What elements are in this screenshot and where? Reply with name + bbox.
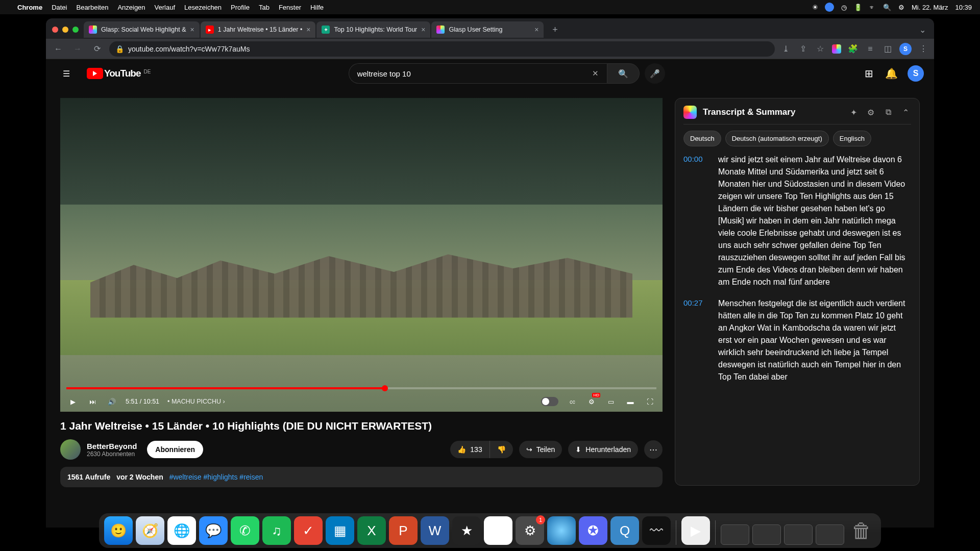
glasp-extension-icon[interactable]: [832, 44, 841, 54]
dock-minimized-window[interactable]: [784, 524, 813, 545]
control-center-icon[interactable]: ⚙: [898, 4, 904, 11]
share-button[interactable]: ↪ Teilen: [519, 441, 562, 458]
video-hashtags[interactable]: #weltreise #highlights #reisen: [169, 473, 263, 481]
dock-discord[interactable]: ✪: [579, 516, 607, 545]
play-button[interactable]: ▶: [67, 396, 79, 407]
browser-tab-youtube[interactable]: ▸ 1 Jahr Weltreise • 15 Länder • ×: [201, 21, 316, 38]
settings-small-icon[interactable]: ⚙: [865, 107, 876, 118]
browser-tab-glasp[interactable]: Glasp: Social Web Highlight & ×: [84, 21, 200, 38]
download-button[interactable]: ⬇ Herunterladen: [568, 441, 638, 458]
progress-bar[interactable]: [66, 387, 656, 389]
copy-icon[interactable]: ⧉: [883, 107, 894, 118]
browser-tab-highlights[interactable]: ✦ Top 10 Highlights: World Tour ×: [316, 21, 430, 38]
dock-powerpoint[interactable]: P: [389, 516, 418, 545]
search-input[interactable]: weltreise top 10 ✕: [349, 63, 607, 84]
close-window-button[interactable]: [52, 27, 58, 33]
close-tab-icon[interactable]: ×: [306, 26, 310, 34]
subtitles-icon[interactable]: ㏄: [567, 396, 578, 407]
dock-voice-memos[interactable]: 〰: [642, 516, 671, 545]
dock-screenflow[interactable]: ▶: [681, 516, 710, 545]
dislike-button[interactable]: 👎: [490, 441, 513, 458]
clear-search-icon[interactable]: ✕: [592, 69, 599, 78]
menu-datei[interactable]: Datei: [52, 4, 67, 11]
subscribe-button[interactable]: Abonnieren: [147, 441, 203, 458]
browser-tab-glasp-settings[interactable]: Glasp User Setting ×: [431, 21, 544, 38]
spotlight-icon[interactable]: 🔍: [883, 4, 891, 11]
ai-summary-icon[interactable]: ✦: [848, 107, 859, 118]
menubar-date[interactable]: Mi. 22. März: [912, 4, 948, 11]
dock-system-settings[interactable]: ⚙1: [516, 516, 544, 545]
close-tab-icon[interactable]: ×: [534, 26, 538, 34]
miniplayer-icon[interactable]: ▭: [605, 396, 617, 407]
dock-todoist[interactable]: ✓: [294, 516, 323, 545]
menu-bearbeiten[interactable]: Bearbeiten: [76, 4, 108, 11]
menu-hilfe[interactable]: Hilfe: [310, 4, 324, 11]
transcript-segment[interactable]: 00:27 Menschen festgelegt die ist eigent…: [683, 297, 911, 383]
extensions-icon[interactable]: 🧩: [847, 43, 859, 55]
video-description[interactable]: 1561 Aufrufe vor 2 Wochen #weltreise #hi…: [60, 467, 663, 487]
lang-chip-englisch[interactable]: Englisch: [833, 131, 871, 146]
youtube-logo[interactable]: YouTube DE: [87, 68, 151, 79]
dock-safari[interactable]: 🧭: [136, 516, 164, 545]
theater-mode-icon[interactable]: ▬: [625, 396, 636, 407]
dock-spotify[interactable]: ♫: [262, 516, 291, 545]
timestamp[interactable]: 00:00: [683, 154, 711, 288]
new-tab-button[interactable]: +: [548, 22, 562, 37]
voice-search-button[interactable]: 🎤: [645, 63, 665, 84]
address-bar[interactable]: 🔒 youtube.com/watch?v=cWw77k7auMs: [109, 41, 775, 57]
search-button[interactable]: 🔍: [607, 63, 640, 84]
create-video-icon[interactable]: ⊞: [863, 67, 875, 80]
reload-button[interactable]: ⟳: [90, 42, 104, 56]
bookmark-star-icon[interactable]: ☆: [815, 43, 826, 55]
player-chapter[interactable]: • MACHU PICCHU ›: [167, 398, 225, 405]
dock-quicktime[interactable]: Q: [610, 516, 639, 545]
autoplay-toggle[interactable]: [541, 397, 558, 406]
clock-icon[interactable]: ◷: [841, 4, 847, 11]
dock-imovie[interactable]: ★: [452, 516, 481, 545]
next-video-button[interactable]: ⏭: [87, 396, 98, 407]
settings-gear-icon[interactable]: ⚙HD: [586, 396, 597, 407]
dock-zoom[interactable]: 💬: [199, 516, 228, 545]
chrome-profile-avatar[interactable]: S: [899, 43, 912, 55]
dock-minimized-window[interactable]: [816, 524, 844, 545]
side-panel-icon[interactable]: ◫: [882, 43, 893, 55]
dock-finder[interactable]: 🙂: [104, 516, 133, 545]
menu-tab[interactable]: Tab: [259, 4, 270, 11]
fullscreen-icon[interactable]: ⛶: [644, 396, 655, 407]
dock-minimized-window[interactable]: [721, 524, 749, 545]
tab-overflow-icon[interactable]: ⌄: [915, 25, 930, 35]
forward-button[interactable]: →: [70, 42, 85, 56]
menu-fenster[interactable]: Fenster: [279, 4, 301, 11]
transcript-body[interactable]: 00:00 wir sind jetzt seit einem Jahr auf…: [683, 154, 911, 478]
collapse-panel-icon[interactable]: ⌃: [900, 107, 911, 118]
dock-word[interactable]: W: [421, 516, 449, 545]
menu-profile[interactable]: Profile: [231, 4, 250, 11]
dock-chrome[interactable]: 🌐: [167, 516, 196, 545]
lang-chip-auto[interactable]: Deutsch (automatisch erzeugt): [725, 131, 829, 146]
dock-whatsapp[interactable]: ✆: [231, 516, 259, 545]
dock-trash[interactable]: 🗑: [847, 516, 876, 545]
screen-record-icon[interactable]: [813, 5, 818, 10]
battery-icon[interactable]: 🔋: [854, 4, 862, 11]
hamburger-menu-icon[interactable]: ☰: [56, 63, 77, 84]
transcript-segment[interactable]: 00:00 wir sind jetzt seit einem Jahr auf…: [683, 154, 911, 288]
chrome-menu-icon[interactable]: ⋮: [918, 43, 929, 55]
dock-google-drive[interactable]: ▲: [484, 516, 512, 545]
back-button[interactable]: ←: [51, 42, 65, 56]
more-actions-button[interactable]: ⋯: [644, 440, 663, 459]
wifi-icon[interactable]: ᯤ: [869, 4, 876, 11]
dock-minimized-window[interactable]: [752, 524, 781, 545]
volume-icon[interactable]: 🔊: [106, 396, 117, 407]
menu-anzeigen[interactable]: Anzeigen: [117, 4, 145, 11]
maximize-window-button[interactable]: [72, 27, 79, 33]
minimize-window-button[interactable]: [62, 27, 68, 33]
close-tab-icon[interactable]: ×: [421, 26, 425, 34]
channel-avatar[interactable]: [60, 439, 81, 460]
like-button[interactable]: 👍 133: [450, 441, 489, 458]
install-app-icon[interactable]: ⤓: [780, 43, 791, 55]
notifications-icon[interactable]: 🔔: [885, 67, 897, 80]
reading-list-icon[interactable]: ≡: [865, 43, 876, 55]
timestamp[interactable]: 00:27: [683, 297, 711, 383]
dock-excel[interactable]: X: [357, 516, 386, 545]
channel-info[interactable]: BetterBeyond 2630 Abonnenten: [87, 442, 137, 458]
